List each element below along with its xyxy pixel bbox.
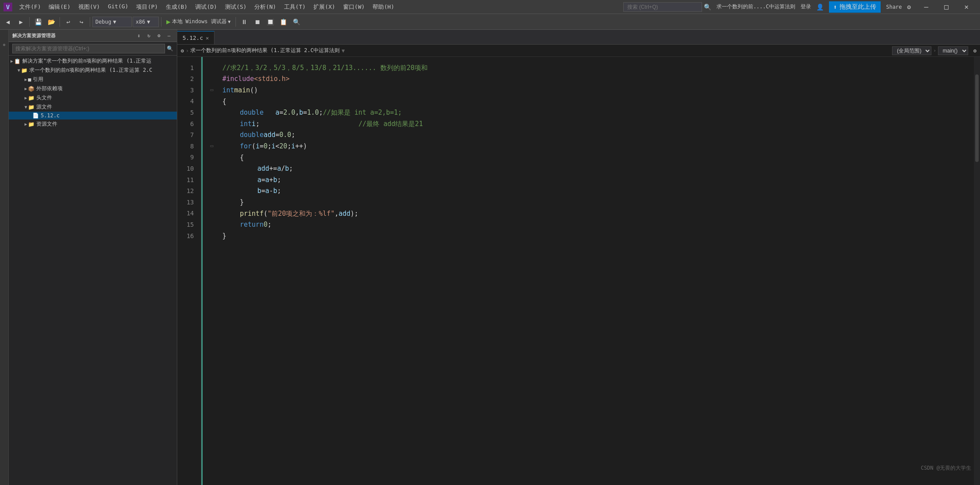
tree-external-deps[interactable]: ▶ 📦 外部依赖项 <box>9 84 177 93</box>
line6-cmt: //最终 add结果是21 <box>260 119 423 129</box>
breadcrumb-item-1[interactable]: ⚙ <box>181 48 184 54</box>
back-nav-icon[interactable]: ◀ <box>2 16 14 28</box>
menu-file[interactable]: 文件(F) <box>16 1 44 13</box>
solution-panel-title: 解决方案资源管理器 <box>12 32 56 39</box>
menu-view[interactable]: 视图(V) <box>75 1 103 13</box>
line6-int: int <box>240 119 252 129</box>
tree-icon-5: 📁 <box>28 104 35 110</box>
toolbar-sep-2 <box>60 17 60 27</box>
line16-brace: } <box>222 231 226 241</box>
breadcrumb-item-2[interactable]: 求一个数列的前n项和的两种结果 (1.正常运算 2.C中运算法则 <box>190 47 340 54</box>
stop-icon[interactable]: ⏹ <box>251 16 263 28</box>
main-layout: ⚙ 解决方案资源管理器 ↕ ↻ ⚙ — 🔍 ▶ 📋 解决方案"求一个数列的前n项… <box>0 30 980 485</box>
line3-int: int <box>222 85 234 95</box>
breadcrumb-sep-3: › <box>933 48 936 53</box>
menu-window[interactable]: 窗口(W) <box>340 1 368 13</box>
search-input[interactable] <box>623 2 702 12</box>
panel-filter-icon[interactable]: ⚙ <box>155 32 163 40</box>
panel-collapse-icon[interactable]: — <box>165 32 173 40</box>
tree-icon-4: 📁 <box>28 95 35 101</box>
line10-add: add <box>257 163 269 174</box>
line8-0: 0 <box>263 141 267 151</box>
line12-b2: b <box>273 186 277 196</box>
tree-references[interactable]: ▶ ■ 引用 <box>9 75 177 84</box>
user-icon[interactable]: 👤 <box>816 4 824 11</box>
tree-resource-files[interactable]: ▶ 📁 资源文件 <box>9 119 177 129</box>
arch-dropdown[interactable]: x86 ▼ <box>133 17 159 27</box>
toolbar: ◀ ▶ 💾 📂 ↩ ↪ Debug ▼ x86 ▼ ▶ 本地 Windows 调… <box>0 14 980 30</box>
run-label: 本地 Windows 调试器 <box>172 18 227 25</box>
run-button[interactable]: ▶ 本地 Windows 调试器 ▼ <box>164 18 233 26</box>
redo-icon[interactable]: ↪ <box>75 16 88 28</box>
menu-debug[interactable]: 调试(D) <box>192 1 220 13</box>
forward-nav-icon[interactable]: ▶ <box>15 16 27 28</box>
tree-icon-7: 📁 <box>28 121 35 127</box>
code-line-14: printf("前20项之和为：%lf", add); <box>208 208 974 219</box>
code-content[interactable]: //求2/1，3/2，5/3，8/5，13/8，21/13...... 数列的前… <box>201 57 974 485</box>
menu-tools[interactable]: 工具(T) <box>281 1 309 13</box>
login-text[interactable]: 登录 <box>801 3 811 11</box>
panel-refresh-icon[interactable]: ↻ <box>144 32 153 40</box>
toolbar-icon-1[interactable]: 🔲 <box>264 16 277 28</box>
app-icon: V <box>4 3 12 11</box>
tree-source-files[interactable]: ▼ 📁 源文件 <box>9 102 177 112</box>
maximize-button[interactable]: □ <box>936 0 956 14</box>
menu-git[interactable]: Git(G) <box>104 1 132 13</box>
settings-icon[interactable]: ⚙ <box>907 4 911 11</box>
menu-edit[interactable]: 编辑(E) <box>45 1 74 13</box>
line5-1: 1.0 <box>307 107 319 118</box>
menu-build[interactable]: 生成(B) <box>162 1 191 13</box>
tab-512c[interactable]: 5.12.c ✕ <box>177 31 214 44</box>
toolbar-icon-3[interactable]: 🔍 <box>291 16 303 28</box>
tab-512c-label: 5.12.c <box>183 35 203 41</box>
toolbar-icon-2[interactable]: 📋 <box>277 16 290 28</box>
tab-close-icon[interactable]: ✕ <box>206 35 209 41</box>
line12-a: a <box>265 186 269 196</box>
tree-arrow-1: ▼ <box>18 68 20 73</box>
menu-project[interactable]: 项目(P) <box>133 1 161 13</box>
settings-icon-2[interactable]: ⚙ <box>973 48 976 54</box>
tree-header-files[interactable]: ▶ 📁 头文件 <box>9 93 177 102</box>
menu-analyze[interactable]: 分析(N) <box>251 1 279 13</box>
line-num-6: 6 <box>177 118 197 130</box>
activity-solution-explorer[interactable]: ⚙ <box>0 32 8 58</box>
line12-eq: = <box>261 186 265 196</box>
scrollbar-thumb[interactable] <box>975 74 979 162</box>
menu-bar: 文件(F) 编辑(E) 视图(V) Git(G) 项目(P) 生成(B) 调试(… <box>16 1 398 13</box>
code-line-13: } <box>208 197 974 208</box>
save-all-icon[interactable]: 💾 <box>32 16 44 28</box>
panel-sync-icon[interactable]: ↕ <box>134 32 143 40</box>
search-icon[interactable]: 🔍 <box>167 46 173 52</box>
open-icon[interactable]: 📂 <box>45 16 57 28</box>
menu-test[interactable]: 测试(S) <box>221 1 250 13</box>
upload-button[interactable]: ⬆ 拖拽至此上传 <box>829 1 881 13</box>
line5-eq1: = <box>279 107 283 118</box>
tree-arrow-4: ▶ <box>25 95 27 100</box>
line14-comma: , <box>334 208 338 219</box>
line5-cmt: //如果是 int a=2,b=1; <box>323 107 402 118</box>
undo-icon[interactable]: ↩ <box>62 16 74 28</box>
solution-panel: 解决方案资源管理器 ↕ ↻ ⚙ — 🔍 ▶ 📋 解决方案"求一个数列的前n项和的… <box>9 30 177 485</box>
tree-solution-root[interactable]: ▶ 📋 解决方案"求一个数列的前n项和的两种结果 (1.正常运 <box>9 56 177 66</box>
line7-semi: ; <box>291 130 295 140</box>
line-num-16: 16 <box>177 230 197 242</box>
editor-scrollbar[interactable] <box>974 57 980 485</box>
close-button[interactable]: ✕ <box>956 0 976 14</box>
minimize-button[interactable]: — <box>916 0 936 14</box>
menu-extensions[interactable]: 扩展(X) <box>310 1 338 13</box>
line8-i2: i <box>271 141 275 151</box>
line7-eq: = <box>275 130 279 140</box>
line13-brace: } <box>240 197 244 207</box>
code-line-16: } <box>208 230 974 242</box>
scope-all-dropdown[interactable]: (全局范围) <box>892 46 931 55</box>
scope-func-dropdown[interactable]: main() <box>938 46 968 55</box>
solution-search-input[interactable] <box>12 44 165 53</box>
tree-project[interactable]: ▼ 📁 求一个数列的前n项和的两种结果 (1.正常运算 2.C <box>9 66 177 75</box>
code-line-5: double a = 2.0, b = 1.0;//如果是 int a=2,b=… <box>208 107 974 118</box>
tree-arrow-0: ▶ <box>11 59 13 63</box>
pause-icon[interactable]: ⏸ <box>238 16 250 28</box>
share-text[interactable]: Share <box>886 4 902 10</box>
menu-help[interactable]: 帮助(H) <box>369 1 397 13</box>
debug-mode-dropdown[interactable]: Debug ▼ <box>92 17 132 27</box>
tree-file-512[interactable]: 📄 5.12.c <box>9 112 177 119</box>
